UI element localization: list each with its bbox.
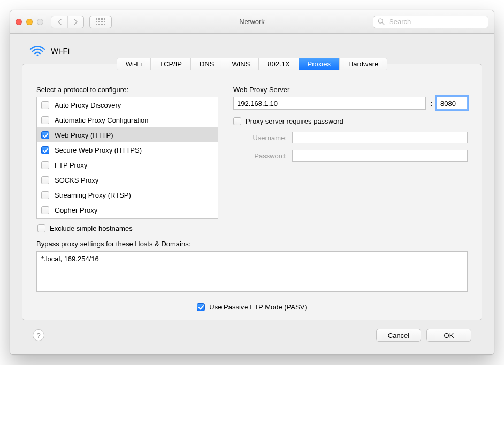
protocols-label: Select a protocol to configure: bbox=[36, 86, 218, 94]
auth-required-label: Proxy server requires password bbox=[246, 117, 343, 125]
protocol-row[interactable]: Secure Web Proxy (HTTPS) bbox=[37, 142, 218, 157]
proxy-server-column: Web Proxy Server : Proxy server requires… bbox=[233, 86, 468, 232]
protocol-checkbox[interactable] bbox=[41, 176, 49, 184]
protocols-column: Select a protocol to configure: Auto Pro… bbox=[36, 86, 218, 232]
protocol-label: FTP Proxy bbox=[55, 161, 87, 169]
tabs-container: Wi-FiTCP/IPDNSWINS802.1XProxiesHardware bbox=[22, 58, 482, 70]
chevron-right-icon bbox=[73, 19, 78, 25]
tab-802-1x[interactable]: 802.1X bbox=[258, 58, 298, 70]
pasv-checkbox[interactable] bbox=[197, 303, 205, 311]
protocol-checkbox[interactable] bbox=[41, 116, 49, 124]
bypass-label: Bypass proxy settings for these Hosts & … bbox=[36, 240, 468, 248]
window-controls bbox=[16, 19, 43, 25]
proxy-server-label: Web Proxy Server bbox=[233, 86, 468, 94]
pasv-label: Use Passive FTP Mode (PASV) bbox=[209, 303, 307, 311]
tab-dns[interactable]: DNS bbox=[190, 58, 223, 70]
tab-wi-fi[interactable]: Wi-Fi bbox=[117, 58, 150, 70]
protocol-row[interactable]: Streaming Proxy (RTSP) bbox=[37, 187, 218, 202]
search-icon bbox=[378, 18, 385, 25]
protocol-label: Automatic Proxy Configuration bbox=[55, 116, 149, 124]
protocol-label: Secure Web Proxy (HTTPS) bbox=[55, 146, 142, 154]
protocol-checkbox[interactable] bbox=[41, 146, 49, 154]
protocol-label: Auto Proxy Discovery bbox=[55, 101, 121, 109]
search-field-wrapper[interactable] bbox=[373, 16, 488, 28]
exclude-hostnames-label: Exclude simple hostnames bbox=[50, 224, 133, 232]
password-input[interactable] bbox=[292, 150, 468, 162]
proxies-panel: Wi-FiTCP/IPDNSWINS802.1XProxiesHardware … bbox=[22, 64, 482, 320]
svg-line-1 bbox=[382, 22, 384, 25]
protocol-row[interactable]: Web Proxy (HTTP) bbox=[37, 127, 218, 142]
window-body: Wi-Fi Wi-FiTCP/IPDNSWINS802.1XProxiesHar… bbox=[10, 34, 494, 354]
tab-wins[interactable]: WINS bbox=[223, 58, 258, 70]
proxy-host-input[interactable] bbox=[233, 97, 426, 110]
footer: ? Cancel OK bbox=[22, 320, 482, 344]
grid-icon bbox=[96, 18, 105, 25]
password-row: Password: bbox=[233, 150, 468, 162]
show-all-button[interactable] bbox=[89, 16, 112, 28]
nav-buttons bbox=[51, 16, 84, 28]
close-window-button[interactable] bbox=[16, 19, 22, 25]
protocol-label: SOCKS Proxy bbox=[55, 176, 98, 184]
back-button[interactable] bbox=[51, 16, 67, 28]
tab-tcp-ip[interactable]: TCP/IP bbox=[150, 58, 190, 70]
protocol-checkbox[interactable] bbox=[41, 131, 49, 139]
network-preferences-window: Network Wi-Fi Wi-FiTCP/IPDNS bbox=[10, 10, 494, 355]
protocols-listbox[interactable]: Auto Proxy DiscoveryAutomatic Proxy Conf… bbox=[36, 97, 218, 219]
cancel-button[interactable]: Cancel bbox=[376, 329, 421, 342]
search-input[interactable] bbox=[388, 17, 484, 26]
tab-strip: Wi-FiTCP/IPDNSWINS802.1XProxiesHardware bbox=[117, 58, 388, 70]
bypass-textarea[interactable] bbox=[36, 251, 468, 292]
username-label: Username: bbox=[233, 134, 287, 142]
forward-button[interactable] bbox=[67, 16, 83, 28]
svg-point-2 bbox=[36, 54, 38, 56]
titlebar: Network bbox=[10, 10, 494, 34]
zoom-window-button[interactable] bbox=[37, 19, 43, 25]
chevron-left-icon bbox=[57, 19, 62, 25]
exclude-hostnames-checkbox[interactable] bbox=[37, 224, 45, 232]
protocol-label: Gopher Proxy bbox=[55, 206, 97, 214]
auth-required-row[interactable]: Proxy server requires password bbox=[233, 117, 468, 125]
protocol-checkbox[interactable] bbox=[41, 206, 49, 214]
password-label: Password: bbox=[233, 152, 287, 160]
protocol-label: Web Proxy (HTTP) bbox=[55, 131, 113, 139]
username-row: Username: bbox=[233, 132, 468, 143]
minimize-window-button[interactable] bbox=[26, 19, 33, 25]
protocol-row[interactable]: SOCKS Proxy bbox=[37, 172, 218, 187]
pasv-row[interactable]: Use Passive FTP Mode (PASV) bbox=[22, 303, 482, 311]
auth-required-checkbox[interactable] bbox=[233, 117, 241, 125]
tab-proxies[interactable]: Proxies bbox=[299, 58, 339, 70]
ok-button[interactable]: OK bbox=[426, 329, 471, 342]
host-port-separator: : bbox=[429, 100, 433, 108]
proxy-port-input[interactable] bbox=[437, 97, 468, 110]
wifi-icon bbox=[29, 44, 45, 56]
tab-hardware[interactable]: Hardware bbox=[339, 58, 387, 70]
interface-name: Wi-Fi bbox=[51, 46, 70, 55]
interface-header: Wi-Fi bbox=[29, 44, 482, 56]
exclude-hostnames-row[interactable]: Exclude simple hostnames bbox=[37, 224, 218, 232]
protocol-checkbox[interactable] bbox=[41, 101, 49, 109]
username-input[interactable] bbox=[292, 132, 468, 143]
protocol-checkbox[interactable] bbox=[41, 161, 49, 169]
protocol-row[interactable]: Auto Proxy Discovery bbox=[37, 97, 218, 112]
protocol-checkbox[interactable] bbox=[41, 191, 49, 199]
protocol-row[interactable]: Automatic Proxy Configuration bbox=[37, 112, 218, 127]
protocol-row[interactable]: Gopher Proxy bbox=[37, 202, 218, 217]
help-button[interactable]: ? bbox=[33, 329, 44, 341]
protocol-row[interactable]: FTP Proxy bbox=[37, 157, 218, 172]
protocol-label: Streaming Proxy (RTSP) bbox=[55, 191, 131, 199]
